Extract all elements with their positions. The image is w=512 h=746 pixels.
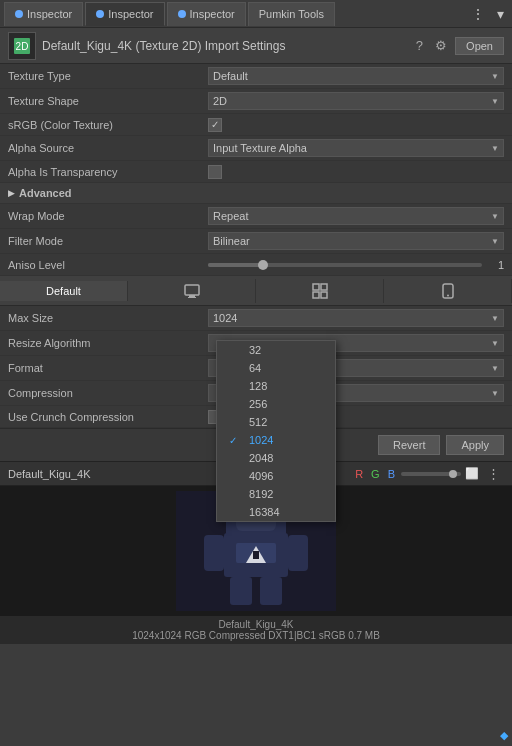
tab-menu-icon[interactable]: ⋮: [467, 4, 489, 24]
help-icon[interactable]: ?: [412, 36, 427, 55]
settings-icon[interactable]: ⚙: [431, 36, 451, 55]
tab-label-2: Inspector: [108, 8, 153, 20]
svg-rect-5: [313, 284, 319, 290]
format-arrow: ▼: [491, 364, 499, 373]
size-option-32[interactable]: 32: [217, 341, 335, 359]
svg-rect-4: [188, 297, 196, 298]
wrap-mode-label: Wrap Mode: [8, 210, 208, 222]
platform-tab-standalone[interactable]: [128, 279, 256, 303]
tab-inspector-2[interactable]: Inspector: [85, 2, 164, 26]
alpha-source-value: Input Texture Alpha ▼: [208, 139, 504, 157]
texture-type-dropdown[interactable]: Default ▼: [208, 67, 504, 85]
texture-shape-value: 2D ▼: [208, 92, 504, 110]
unity-logo[interactable]: ◆: [500, 729, 508, 742]
alpha-source-label: Alpha Source: [8, 142, 208, 154]
wrap-mode-value: Repeat ▼: [208, 207, 504, 225]
svg-rect-3: [189, 295, 195, 297]
advanced-arrow-icon: ▶: [8, 188, 15, 198]
size-option-16384[interactable]: 16384: [217, 503, 335, 521]
platform-tab-web[interactable]: [256, 279, 384, 303]
size-option-64[interactable]: 64: [217, 359, 335, 377]
filter-mode-arrow: ▼: [491, 237, 499, 246]
svg-rect-7: [313, 292, 319, 298]
compression-label: Compression: [8, 387, 208, 399]
tab-icon-1: [15, 10, 23, 18]
size-option-2048[interactable]: 2048: [217, 449, 335, 467]
header-bar: 2D Default_Kigu_4K (Texture 2D) Import S…: [0, 28, 512, 64]
maxsize-label: Max Size: [8, 312, 208, 324]
check-1024: ✓: [229, 435, 241, 446]
maxsize-dropdown[interactable]: 1024 ▼: [208, 309, 504, 327]
size-option-4096[interactable]: 4096: [217, 467, 335, 485]
filter-mode-row: Filter Mode Bilinear ▼: [0, 229, 512, 254]
advanced-section[interactable]: ▶ Advanced: [0, 183, 512, 204]
asset-icon: 2D: [8, 32, 36, 60]
alpha-source-row: Alpha Source Input Texture Alpha ▼: [0, 136, 512, 161]
size-option-256[interactable]: 256: [217, 395, 335, 413]
wrap-mode-row: Wrap Mode Repeat ▼: [0, 204, 512, 229]
size-option-1024[interactable]: ✓ 1024: [217, 431, 335, 449]
apply-button[interactable]: Apply: [446, 435, 504, 455]
preview-more-icon[interactable]: ⋮: [483, 464, 504, 483]
tab-bar: Inspector Inspector Inspector Pumkin Too…: [0, 0, 512, 28]
resize-label: Resize Algorithm: [8, 337, 208, 349]
texture-type-row: Texture Type Default ▼: [0, 64, 512, 89]
monitor-icon: [184, 283, 200, 299]
open-button[interactable]: Open: [455, 37, 504, 55]
maxsize-row: Max Size 1024 ▼: [0, 306, 512, 331]
platform-tab-android[interactable]: [384, 279, 512, 303]
tab-label-3: Inspector: [190, 8, 235, 20]
tab-label-4: Pumkin Tools: [259, 8, 324, 20]
svg-rect-2: [185, 285, 199, 295]
alpha-source-dropdown[interactable]: Input Texture Alpha ▼: [208, 139, 504, 157]
aniso-slider-container: 1: [208, 259, 504, 271]
platform-tab-default[interactable]: Default: [0, 281, 128, 301]
alpha-transparency-checkbox[interactable]: [208, 165, 222, 179]
preview-zoom-slider[interactable]: [401, 472, 461, 476]
tab-icon-3: [178, 10, 186, 18]
alpha-transparency-value: [208, 165, 504, 179]
svg-rect-8: [321, 292, 327, 298]
preview-controls: R G B ⬜ ⋮: [353, 464, 504, 483]
aniso-thumb[interactable]: [258, 260, 268, 270]
aniso-slider[interactable]: [208, 263, 482, 267]
checkerboard-icon[interactable]: ⬜: [465, 467, 479, 480]
maxsize-value: 1024 ▼: [208, 309, 504, 327]
tab-inspector-3[interactable]: Inspector: [167, 2, 246, 26]
svg-point-10: [447, 294, 449, 296]
svg-rect-6: [321, 284, 327, 290]
format-label: Format: [8, 362, 208, 374]
tab-inspector-1[interactable]: Inspector: [4, 2, 83, 26]
wrap-mode-dropdown[interactable]: Repeat ▼: [208, 207, 504, 225]
green-channel-btn[interactable]: G: [369, 467, 382, 481]
texture-shape-dropdown[interactable]: 2D ▼: [208, 92, 504, 110]
tab-right-actions: ⋮ ▾: [467, 4, 508, 24]
blue-channel-btn[interactable]: B: [386, 467, 397, 481]
aniso-number: 1: [488, 259, 504, 271]
preview-zoom-thumb[interactable]: [449, 470, 457, 478]
size-option-8192[interactable]: 8192: [217, 485, 335, 503]
svg-rect-17: [204, 535, 224, 571]
svg-rect-23: [253, 551, 259, 559]
texture-type-arrow: ▼: [491, 72, 499, 81]
texture-shape-label: Texture Shape: [8, 95, 208, 107]
revert-button[interactable]: Revert: [378, 435, 440, 455]
srgb-value: [208, 118, 504, 132]
aniso-row: Aniso Level 1: [0, 254, 512, 276]
tab-more-icon[interactable]: ▾: [493, 4, 508, 24]
size-option-512[interactable]: 512: [217, 413, 335, 431]
tab-pumkin-tools[interactable]: Pumkin Tools: [248, 2, 335, 26]
texture-shape-arrow: ▼: [491, 97, 499, 106]
aniso-label: Aniso Level: [8, 259, 208, 271]
srgb-checkbox[interactable]: [208, 118, 222, 132]
size-option-128[interactable]: 128: [217, 377, 335, 395]
srgb-row: sRGB (Color Texture): [0, 114, 512, 136]
filter-mode-label: Filter Mode: [8, 235, 208, 247]
alpha-source-arrow: ▼: [491, 144, 499, 153]
preview-footer-line2: 1024x1024 RGB Compressed DXT1|BC1 sRGB 0…: [8, 630, 504, 641]
maxsize-arrow: ▼: [491, 314, 499, 323]
filter-mode-value: Bilinear ▼: [208, 232, 504, 250]
filter-mode-dropdown[interactable]: Bilinear ▼: [208, 232, 504, 250]
tab-label-1: Inspector: [27, 8, 72, 20]
red-channel-btn[interactable]: R: [353, 467, 365, 481]
